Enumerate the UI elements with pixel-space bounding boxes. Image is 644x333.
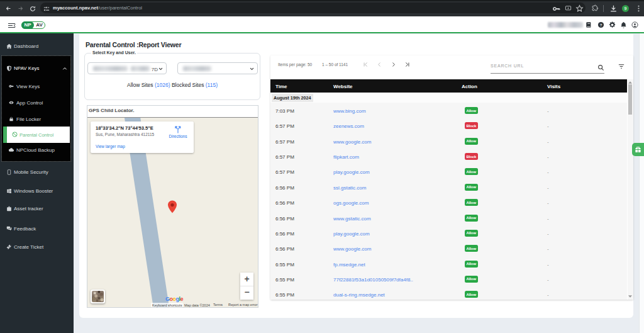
- svg-text:?: ?: [600, 23, 602, 27]
